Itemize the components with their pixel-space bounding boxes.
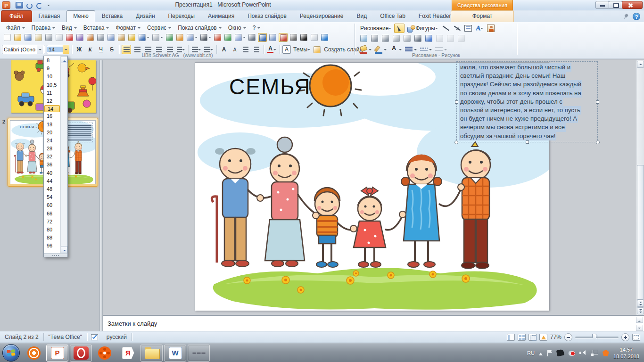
previous-slide-button[interactable] [637,300,644,307]
format-painter-icon[interactable] [127,33,136,42]
arrow-style-button[interactable] [435,45,447,54]
brightness-increase-icon[interactable] [392,34,401,43]
menu-window[interactable]: Окно [225,24,249,32]
menu-edit[interactable]: Правка [28,24,59,32]
zoom-slider-thumb[interactable] [592,334,596,340]
line-tool-icon[interactable] [441,24,450,33]
font-size-option[interactable]: 18 [44,121,60,129]
taskbar-explorer[interactable] [140,345,163,362]
rotate-picture-icon[interactable] [446,34,455,43]
font-size-option[interactable]: 88 [44,234,60,242]
spelling-icon[interactable] [65,33,74,42]
scrollbar-thumb[interactable] [637,165,644,300]
tab-transitions[interactable]: Переходы [162,10,201,22]
resize-handle-bottom-right[interactable] [596,140,600,144]
menu-format[interactable]: Формат [112,24,144,32]
select-cursor-icon[interactable] [394,24,405,33]
tab-office-tab[interactable]: Office Tab [373,10,412,22]
notes-pane[interactable]: Заметки к слайду [103,315,644,331]
undo-icon[interactable] [138,33,150,42]
tab-animations[interactable]: Анимация [201,10,241,22]
minimize-button[interactable] [595,1,609,9]
dropdown-resize-grip[interactable] [44,253,67,257]
hidden-icons-chevron-icon[interactable] [539,351,543,355]
font-size-option[interactable]: 72 [44,218,60,226]
font-size-option[interactable]: 40 [44,169,60,177]
tab-review[interactable]: Рецензирование [293,10,350,22]
tray-app-icon[interactable] [556,349,564,357]
font-size-option[interactable]: 9 [44,65,60,73]
tab-home[interactable]: Главная [32,10,67,22]
panel-splitter[interactable] [99,60,103,331]
table-icon[interactable] [186,33,198,42]
row-spacing-icon[interactable] [248,33,256,42]
grayscale-view-icon[interactable] [289,33,298,42]
text-box-icon[interactable] [463,24,473,33]
resize-handle-left[interactable] [455,100,458,104]
reading-view-button[interactable] [528,334,537,341]
columns-icon[interactable] [199,33,212,42]
zoom-slider[interactable] [575,337,619,338]
chart-icon[interactable] [213,33,222,42]
menu-file[interactable]: Файл [3,24,28,32]
next-slide-button[interactable] [637,307,644,314]
zoom-magnifier-icon[interactable] [310,33,319,42]
close-button[interactable] [622,1,643,9]
print-icon[interactable] [44,33,53,42]
line-color-button[interactable] [374,45,387,54]
slide-title[interactable]: СЕМЬЯ [229,74,311,99]
contrast-increase-icon[interactable] [370,34,379,43]
research-icon[interactable] [75,33,84,42]
dropdown-scrollbar[interactable] [60,56,67,253]
theme-indicator[interactable]: "Тема Office" [44,334,87,340]
slideshow-view-button[interactable] [539,334,547,341]
taskbar-winrar[interactable] [188,345,210,362]
line-style-button[interactable] [405,45,417,54]
print-preview-icon[interactable] [55,33,64,42]
taskbar-wheel-app[interactable] [23,345,45,362]
shapes-3d-icon[interactable] [234,33,246,42]
black-white-view-icon[interactable] [299,33,308,42]
font-size-option[interactable]: 11 [44,89,60,97]
color-view-icon[interactable] [279,33,288,42]
normal-view-button[interactable] [507,334,515,341]
reset-picture-icon[interactable] [435,34,444,43]
shapes-button[interactable]: Фигуры [406,24,438,33]
scroll-down-icon[interactable] [636,325,643,331]
network-icon[interactable] [591,350,598,356]
clipart-person-icon[interactable] [486,24,495,33]
resize-handle-bottom-left[interactable] [454,140,458,144]
slide-canvas[interactable]: СЕМЬЯ июля, что означает большой чистый … [195,62,549,310]
font-size-option[interactable]: 36 [44,161,60,169]
font-size-option[interactable]: 10 [44,73,60,81]
font-size-option[interactable]: 14 [44,105,60,112]
contrast-decrease-icon[interactable] [381,34,390,43]
font-size-option[interactable]: 96 [44,242,60,250]
language-indicator[interactable]: RU [527,350,535,356]
resize-handle-right[interactable] [596,100,599,104]
menu-tools[interactable]: Сервис [144,24,174,32]
language-indicator[interactable]: русский [102,334,132,340]
font-size-option[interactable]: 44 [44,177,60,185]
taskbar-film-reel-app[interactable] [93,345,116,362]
clock[interactable]: 14:57 18.07.2018 [613,346,639,360]
menu-slideshow[interactable]: Показ слайдов [174,24,225,32]
font-size-option[interactable]: 24 [44,137,60,145]
tab-file[interactable]: Файл [1,10,32,22]
zoom-level[interactable]: 77% [550,334,561,340]
insert-picture-icon[interactable] [359,34,368,43]
scroll-up-icon[interactable] [637,61,644,68]
scroll-up-icon[interactable] [61,56,67,63]
hyperlink-icon[interactable] [165,33,174,42]
volume-icon[interactable] [579,350,586,356]
mail-attach-icon[interactable] [34,33,43,42]
problem-status-icon[interactable] [568,350,575,356]
font-size-option[interactable]: 32 [44,153,60,161]
font-size-option[interactable]: 8 [44,57,60,65]
arrow-tool-icon[interactable] [452,24,462,33]
font-styles-icon[interactable] [258,33,267,42]
menu-view[interactable]: Вид [58,24,80,32]
gridlines-icon[interactable] [268,33,277,42]
fit-to-window-button[interactable] [632,334,640,341]
font-size-option[interactable]: 60 [44,201,60,209]
